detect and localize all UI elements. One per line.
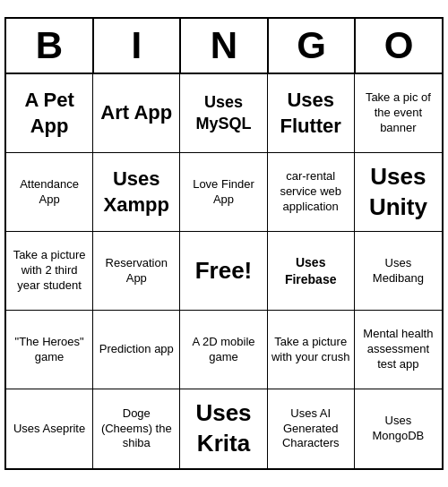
bingo-cell-2: Uses MySQL	[180, 74, 267, 153]
bingo-cell-24: Uses MongoDB	[355, 389, 442, 468]
header-letter-G: G	[269, 19, 357, 73]
bingo-cell-9: Uses Unity	[355, 153, 442, 232]
bingo-cell-0: A Pet App	[6, 74, 93, 153]
bingo-cell-15: "The Heroes" game	[6, 311, 93, 389]
bingo-cell-6: Uses Xampp	[93, 153, 180, 232]
bingo-card: BINGO A Pet AppArt AppUses MySQLUses Flu…	[4, 17, 444, 470]
bingo-cell-13: Uses Firebase	[268, 232, 355, 311]
bingo-cell-3: Uses Flutter	[268, 74, 355, 153]
bingo-cell-17: A 2D mobile game	[180, 311, 267, 389]
bingo-header: BINGO	[6, 19, 442, 74]
bingo-cell-18: Take a picture with your crush	[268, 311, 355, 389]
bingo-cell-22: Uses Krita	[180, 389, 267, 468]
bingo-cell-19: Mental health assessment test app	[355, 311, 442, 389]
header-letter-O: O	[356, 19, 442, 73]
header-letter-I: I	[94, 19, 182, 73]
bingo-cell-12: Free!	[180, 232, 267, 311]
bingo-cell-1: Art App	[93, 74, 180, 153]
bingo-cell-21: Doge (Cheems) the shiba	[93, 389, 180, 468]
bingo-cell-8: car-rental service web application	[268, 153, 355, 232]
bingo-cell-23: Uses AI Generated Characters	[268, 389, 355, 468]
bingo-cell-4: Take a pic of the event banner	[355, 74, 442, 153]
bingo-cell-10: Take a picture with 2 third year student	[6, 232, 93, 311]
bingo-cell-5: Attendance App	[6, 153, 93, 232]
bingo-grid: A Pet AppArt AppUses MySQLUses FlutterTa…	[6, 74, 442, 468]
header-letter-N: N	[181, 19, 269, 73]
bingo-cell-14: Uses Medibang	[355, 232, 442, 311]
bingo-cell-11: Reservation App	[93, 232, 180, 311]
bingo-cell-16: Prediction app	[93, 311, 180, 389]
header-letter-B: B	[6, 19, 94, 73]
bingo-cell-7: Love Finder App	[180, 153, 267, 232]
bingo-cell-20: Uses Aseprite	[6, 389, 93, 468]
